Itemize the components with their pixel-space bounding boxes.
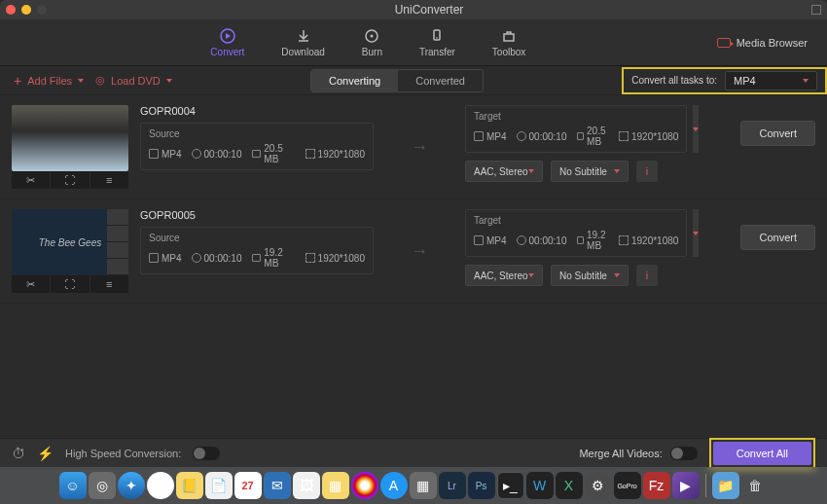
schedule-icon[interactable]: ⏱ bbox=[12, 446, 25, 461]
subtitle-dropdown[interactable]: No Subtitle bbox=[551, 161, 629, 182]
dock-photoshop[interactable]: Ps bbox=[468, 472, 495, 499]
trim-icon[interactable]: ✂ bbox=[12, 275, 51, 293]
format-icon bbox=[474, 235, 484, 245]
svg-point-4 bbox=[437, 37, 439, 39]
convert-icon bbox=[219, 27, 236, 45]
audio-dropdown[interactable]: AAC, Stereo bbox=[465, 161, 543, 182]
clock-icon bbox=[517, 131, 526, 141]
nav-label: Transfer bbox=[419, 47, 455, 57]
chevron-down-icon bbox=[693, 232, 699, 235]
nav-label: Download bbox=[281, 47, 324, 57]
effects-icon[interactable]: ≡ bbox=[90, 275, 128, 293]
folder-icon bbox=[577, 236, 585, 244]
dock-safari[interactable]: ✦ bbox=[118, 472, 145, 499]
arrow-icon: → bbox=[385, 209, 453, 293]
target-box: Target MP4 00:00:10 19.2 MB 1920*1080 bbox=[465, 209, 687, 257]
nav-burn[interactable]: Burn bbox=[362, 27, 382, 57]
crop-icon[interactable]: ⛶ bbox=[51, 171, 90, 189]
effects-icon[interactable]: ≡ bbox=[90, 171, 128, 189]
maximize-window[interactable] bbox=[37, 5, 47, 15]
dock-item[interactable]: ▦ bbox=[322, 472, 349, 499]
target-label: Target bbox=[474, 215, 678, 226]
svg-rect-5 bbox=[504, 34, 514, 41]
dock-lightroom[interactable]: Lr bbox=[439, 472, 466, 499]
disc-icon: ◎ bbox=[95, 74, 105, 87]
video-thumbnail[interactable] bbox=[12, 105, 128, 171]
window-menu-icon[interactable] bbox=[811, 5, 821, 15]
track-options: AAC, Stereo No Subtitle i bbox=[465, 161, 694, 182]
folder-icon bbox=[252, 150, 262, 158]
dock-item[interactable]: ▦ bbox=[410, 472, 437, 499]
nav-convert[interactable]: Convert bbox=[210, 27, 244, 57]
dock-calendar[interactable]: 27 bbox=[234, 472, 262, 499]
dock-mail[interactable]: ✉ bbox=[264, 472, 291, 499]
dock-preview[interactable]: 🖼 bbox=[293, 472, 320, 499]
resolution-icon bbox=[619, 235, 629, 245]
dock-photos[interactable] bbox=[351, 472, 378, 499]
dock-settings[interactable]: ⚙ bbox=[585, 472, 612, 499]
dock-trash[interactable]: 🗑 bbox=[741, 472, 769, 499]
target-label: Target bbox=[474, 111, 678, 122]
tab-converted[interactable]: Converted bbox=[398, 70, 483, 91]
resolution-icon bbox=[619, 131, 629, 141]
nav-items: Convert Download Burn Transfer Toolbox bbox=[210, 27, 525, 57]
close-window[interactable] bbox=[6, 5, 16, 15]
resolution-icon bbox=[306, 149, 315, 159]
convert-button[interactable]: Convert bbox=[740, 225, 815, 250]
sub-left: + Add Files ◎ Load DVD bbox=[0, 73, 172, 89]
task-list: ✂ ⛶ ≡ GOPR0004 Source MP4 00:00:10 20.5 … bbox=[0, 95, 827, 465]
dock-launchpad[interactable]: ◎ bbox=[89, 472, 116, 499]
nav-toolbox[interactable]: Toolbox bbox=[492, 27, 525, 57]
dock-textedit[interactable]: 📄 bbox=[205, 472, 233, 499]
dock-item[interactable]: X bbox=[556, 472, 583, 499]
target-format-dropdown[interactable] bbox=[693, 209, 699, 257]
minimize-window[interactable] bbox=[21, 5, 31, 15]
media-browser-button[interactable]: Media Browser bbox=[717, 37, 808, 49]
target-stats: MP4 00:00:10 20.5 MB 1920*1080 bbox=[474, 126, 678, 147]
merge-toggle[interactable] bbox=[670, 447, 698, 460]
dock-item[interactable]: W bbox=[526, 472, 554, 499]
subtitle-dropdown[interactable]: No Subtitle bbox=[551, 265, 629, 286]
trim-icon[interactable]: ✂ bbox=[12, 171, 51, 189]
nav-transfer[interactable]: Transfer bbox=[419, 27, 455, 57]
target-format-dropdown[interactable] bbox=[693, 105, 699, 153]
dock-filezilla[interactable]: Fz bbox=[643, 472, 670, 499]
merge-label: Merge All Videos: bbox=[579, 448, 662, 459]
dock-notes[interactable]: 📒 bbox=[176, 472, 203, 499]
convert-button[interactable]: Convert bbox=[740, 121, 815, 146]
output-format-dropdown[interactable]: MP4 bbox=[725, 71, 817, 90]
add-files-button[interactable]: + Add Files bbox=[14, 73, 84, 89]
load-dvd-button[interactable]: ◎ Load DVD bbox=[95, 74, 172, 87]
dock-finder[interactable]: ☺ bbox=[59, 472, 87, 499]
crop-icon[interactable]: ⛶ bbox=[51, 275, 90, 293]
plus-icon: + bbox=[14, 73, 21, 89]
task-row: The Bee Gees ✂ ⛶ ≡ GOPR0005 Source MP4 0… bbox=[0, 199, 827, 304]
dock-downloads[interactable]: 📁 bbox=[712, 472, 739, 499]
dock-appstore[interactable]: A bbox=[380, 472, 408, 499]
audio-dropdown[interactable]: AAC, Stereo bbox=[465, 265, 543, 286]
thumbnail-column: ✂ ⛶ ≡ bbox=[12, 105, 128, 189]
video-thumbnail[interactable]: The Bee Gees bbox=[12, 209, 128, 275]
high-speed-toggle[interactable] bbox=[193, 447, 220, 460]
source-stats: MP4 00:00:10 19.2 MB 1920*1080 bbox=[149, 247, 365, 269]
tab-converting[interactable]: Converting bbox=[311, 70, 398, 91]
convert-all-button[interactable]: Convert All bbox=[713, 442, 811, 465]
nav-label: Convert bbox=[210, 47, 244, 57]
source-stats: MP4 00:00:10 20.5 MB 1920*1080 bbox=[149, 143, 365, 164]
nav-download[interactable]: Download bbox=[281, 27, 324, 57]
dock-uniconverter[interactable]: ▶ bbox=[672, 472, 700, 499]
source-column: GOPR0005 Source MP4 00:00:10 19.2 MB 192… bbox=[140, 209, 374, 293]
dock-terminal[interactable]: ▸_ bbox=[497, 472, 524, 499]
action-column: Convert bbox=[705, 105, 815, 189]
convert-all-format: Convert all tasks to: MP4 bbox=[622, 67, 827, 94]
nav-label: Burn bbox=[362, 47, 382, 57]
dock-chrome[interactable]: ◉ bbox=[147, 472, 174, 499]
info-button[interactable]: i bbox=[636, 265, 658, 286]
info-button[interactable]: i bbox=[636, 161, 658, 182]
source-box: Source MP4 00:00:10 19.2 MB 1920*1080 bbox=[140, 227, 374, 274]
format-icon bbox=[474, 131, 484, 141]
track-options: AAC, Stereo No Subtitle i bbox=[465, 265, 694, 286]
dock-separator bbox=[705, 474, 706, 497]
target-stats: MP4 00:00:10 19.2 MB 1920*1080 bbox=[474, 230, 678, 251]
dock-gopro[interactable]: GoPro bbox=[614, 472, 641, 499]
